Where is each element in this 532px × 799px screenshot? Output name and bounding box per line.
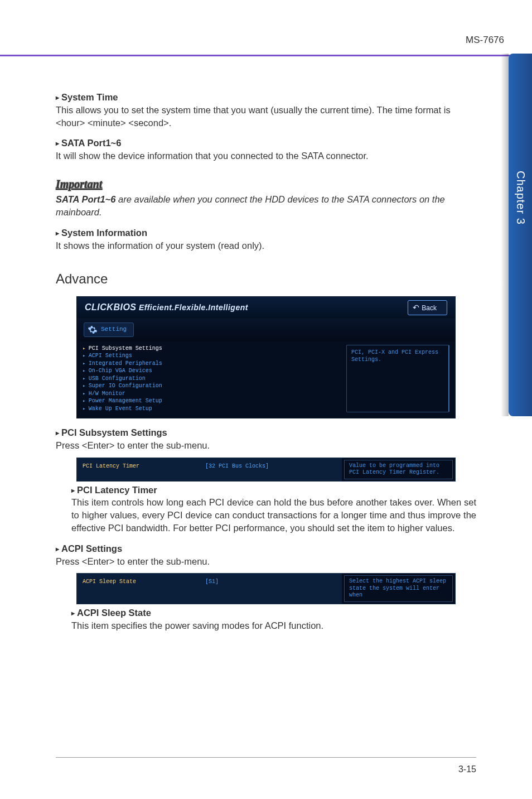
- bios-strip-help: Value to be programmed into PCI Latency …: [344, 460, 453, 479]
- section-pcisub-title: PCI Subsystem Settings: [56, 426, 476, 439]
- bios-logo-brand: CLICKBIOS: [85, 302, 137, 312]
- bios-menu-item[interactable]: Super IO Configuration: [83, 382, 341, 390]
- bios-strip-acpi: ACPI Sleep State [S1] Select the highest…: [76, 573, 456, 604]
- section-pcilat-title: PCI Latency Timer: [71, 484, 476, 497]
- bios-screenshot: CLICKBIOS Efficient.Flexible.Intelligent…: [76, 296, 456, 419]
- bios-menu-list: PCI Subsystem Settings ACPI Settings Int…: [83, 345, 341, 413]
- section-sysinfo-title: System Information: [56, 227, 476, 239]
- section-acpisleep-title: ACPI Sleep State: [71, 607, 476, 619]
- section-pcilat-body: This item controls how long each PCI dev…: [71, 496, 476, 534]
- footer-rule: [56, 757, 476, 758]
- bios-menu-item[interactable]: PCI Subsystem Settings: [83, 345, 341, 353]
- bios-logo: CLICKBIOS Efficient.Flexible.Intelligent: [85, 301, 248, 314]
- bios-menu-item[interactable]: ACPI Settings: [83, 352, 341, 360]
- bios-strip-label[interactable]: PCI Latency Timer: [77, 458, 200, 481]
- important-bold: SATA Port1~6: [56, 194, 115, 204]
- bios-setting-chip-text: Setting: [101, 325, 127, 334]
- bios-menu-item[interactable]: Power Management Setup: [83, 397, 341, 405]
- bios-back-button[interactable]: Back: [408, 300, 447, 315]
- header: MS-7676: [0, 23, 532, 46]
- side-tab: Chapter 3: [509, 54, 532, 416]
- section-sata-title: SATA Port1~6: [56, 137, 476, 150]
- advance-heading: Advance: [56, 269, 476, 288]
- bios-menu-item[interactable]: H/W Monitor: [83, 390, 341, 398]
- bios-menu-item[interactable]: USB Configuration: [83, 375, 341, 383]
- important-label: Important: [56, 177, 476, 192]
- bios-titlebar: CLICKBIOS Efficient.Flexible.Intelligent…: [76, 296, 456, 319]
- content: System Time This allows you to set the s…: [0, 56, 532, 632]
- bios-menu-item[interactable]: On-Chip VGA Devices: [83, 367, 341, 375]
- section-acpi-body: Press <Enter> to enter the sub-menu.: [56, 555, 476, 568]
- side-tab-label: Chapter 3: [514, 171, 527, 225]
- bios-strip-help: Select the highest ACPI sleep state the …: [344, 575, 453, 602]
- bios-menu-item[interactable]: Integrated Peripherals: [83, 360, 341, 368]
- section-acpi-title: ACPI Settings: [56, 542, 476, 555]
- gear-icon: [88, 325, 98, 335]
- section-system-time-title: System Time: [56, 91, 476, 104]
- bios-body: PCI Subsystem Settings ACPI Settings Int…: [76, 341, 456, 419]
- bios-strip-value[interactable]: [S1]: [200, 574, 342, 604]
- top-spacer: [0, 0, 532, 23]
- section-pcisub-body: Press <Enter> to enter the sub-menu.: [56, 439, 476, 452]
- section-acpisleep-body: This item specifies the power saving mod…: [71, 619, 476, 632]
- bios-band: Setting: [76, 319, 456, 341]
- section-sysinfo-body: It shows the information of your system …: [56, 239, 476, 252]
- side-shadow: [501, 54, 509, 416]
- bios-help-panel: PCI, PCI-X and PCI Express Settings.: [346, 345, 449, 413]
- bios-strip-label[interactable]: ACPI Sleep State: [77, 574, 200, 604]
- bios-strip-pci: PCI Latency Timer [32 PCI Bus Clocks] Va…: [76, 458, 456, 482]
- bios-strip-value[interactable]: [32 PCI Bus Clocks]: [200, 458, 342, 481]
- bios-menu-item[interactable]: Wake Up Event Setup: [83, 405, 341, 413]
- important-body: SATA Port1~6 are available when you conn…: [56, 193, 476, 219]
- bios-logo-tag: Efficient.Flexible.Intelligent: [137, 303, 248, 312]
- bios-setting-chip[interactable]: Setting: [84, 323, 134, 337]
- doc-id: MS-7676: [466, 35, 504, 46]
- section-sata-body: It will show the device information that…: [56, 150, 476, 162]
- page-number: 3-15: [458, 764, 476, 774]
- section-system-time-body: This allows you to set the system time t…: [56, 104, 476, 129]
